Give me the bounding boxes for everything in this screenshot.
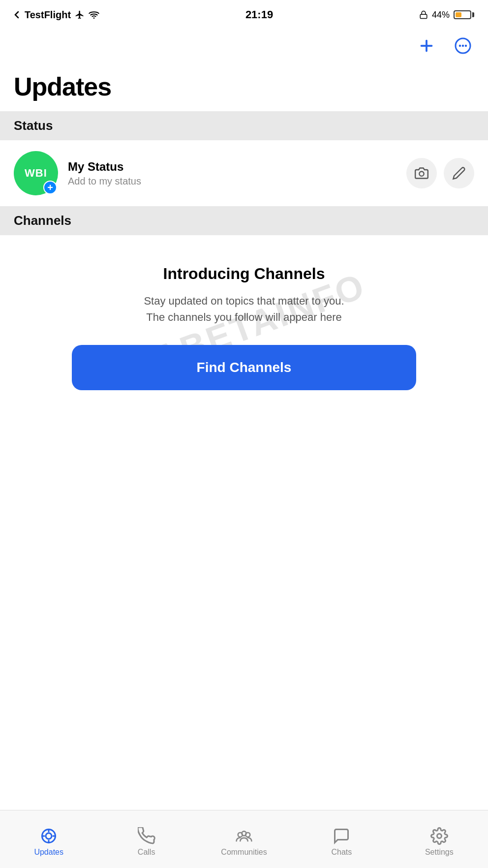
- plus-icon: [418, 37, 435, 55]
- avatar-add-icon: +: [43, 181, 57, 194]
- status-section-header: Status: [0, 111, 488, 140]
- avatar-text: WBI: [25, 167, 47, 180]
- my-status-subtitle: Add to my status: [68, 176, 396, 187]
- pencil-icon: [452, 166, 466, 180]
- my-status-row[interactable]: WBI + My Status Add to my status: [0, 140, 488, 206]
- page-title-section: Updates: [0, 64, 488, 111]
- lock-icon: [419, 10, 428, 19]
- nav-label-communities: Communities: [221, 848, 267, 857]
- channels-content: WABETAINFO Introducing Channels Stay upd…: [0, 235, 488, 410]
- svg-rect-1: [420, 14, 427, 18]
- svg-point-5: [465, 45, 467, 47]
- carrier-name: TestFlight: [25, 9, 71, 21]
- watermark-container: WABETAINFO Introducing Channels Stay upd…: [72, 265, 416, 390]
- system-icons: 44%: [419, 10, 474, 20]
- more-button[interactable]: [450, 32, 476, 59]
- channels-section-label: Channels: [14, 213, 474, 228]
- status-action-buttons: [406, 158, 474, 188]
- edit-button[interactable]: [444, 158, 474, 188]
- nav-label-chats: Chats: [332, 848, 352, 857]
- my-status-name: My Status: [68, 160, 396, 174]
- nav-item-calls[interactable]: Calls: [97, 822, 195, 857]
- nav-item-updates[interactable]: Updates: [0, 822, 97, 857]
- battery-percent: 44%: [432, 10, 450, 20]
- svg-point-8: [46, 833, 52, 839]
- status-info: My Status Add to my status: [68, 160, 396, 187]
- camera-button[interactable]: [406, 158, 437, 188]
- current-time: 21:19: [245, 8, 273, 21]
- nav-item-chats[interactable]: Chats: [293, 822, 390, 857]
- svg-point-6: [419, 172, 424, 176]
- add-button[interactable]: [413, 32, 440, 59]
- more-icon: [454, 37, 472, 55]
- status-bar: TestFlight 21:19 44%: [0, 0, 488, 28]
- svg-point-0: [93, 17, 95, 19]
- svg-point-4: [462, 45, 464, 47]
- nav-item-settings[interactable]: Settings: [391, 822, 488, 857]
- airplane-icon: [75, 10, 85, 20]
- nav-label-settings: Settings: [425, 848, 454, 857]
- settings-icon: [430, 827, 448, 845]
- svg-point-3: [459, 45, 461, 47]
- communities-icon: [235, 827, 253, 845]
- nav-label-calls: Calls: [138, 848, 155, 857]
- back-arrow-icon: [14, 10, 21, 19]
- status-section-label: Status: [14, 118, 474, 133]
- header-actions: [0, 28, 488, 64]
- find-channels-button[interactable]: Find Channels: [72, 345, 416, 390]
- chats-icon: [333, 827, 350, 845]
- bottom-navigation: Updates Calls Communities Chats Se: [0, 810, 488, 868]
- channels-section-header: Channels: [0, 206, 488, 235]
- channels-intro-title: Introducing Channels: [72, 265, 416, 283]
- nav-item-communities[interactable]: Communities: [195, 822, 293, 857]
- page-title: Updates: [14, 72, 474, 101]
- channels-description: Stay updated on topics that matter to yo…: [72, 293, 416, 325]
- avatar-wrapper: WBI +: [14, 151, 58, 195]
- svg-point-12: [437, 834, 441, 838]
- battery-icon: [454, 10, 474, 19]
- camera-icon: [415, 166, 428, 180]
- updates-icon: [40, 827, 58, 845]
- wifi-icon: [89, 11, 99, 19]
- carrier-info: TestFlight: [14, 9, 99, 21]
- calls-icon: [138, 827, 155, 845]
- nav-label-updates: Updates: [34, 848, 63, 857]
